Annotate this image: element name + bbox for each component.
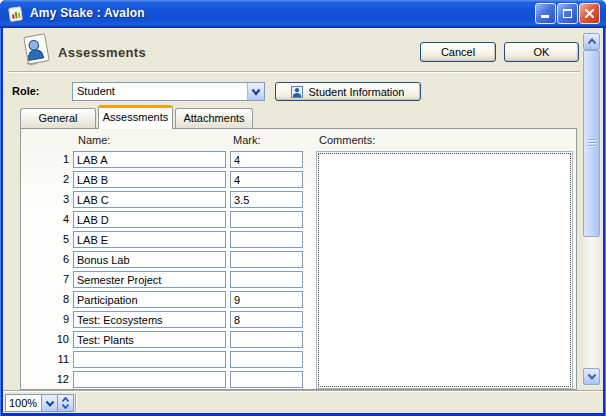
row-number: 2 bbox=[39, 173, 69, 185]
dialog-content: Assessments Cancel OK Role: Student Stud… bbox=[3, 28, 603, 413]
dialog-window: Amy Stake : Avalon bbox=[0, 0, 606, 416]
minimize-icon bbox=[541, 15, 549, 18]
footer-separator bbox=[3, 390, 603, 392]
page-title: Assessments bbox=[58, 45, 146, 60]
minimize-button[interactable] bbox=[535, 3, 556, 24]
comments-label: Comments: bbox=[319, 134, 375, 146]
zoom-level-display[interactable]: 100% bbox=[5, 394, 42, 412]
ok-button[interactable]: OK bbox=[504, 42, 579, 62]
role-select[interactable]: Student bbox=[72, 82, 265, 101]
row-number: 1 bbox=[39, 153, 69, 165]
mark-input[interactable] bbox=[230, 251, 303, 268]
mark-input[interactable] bbox=[230, 151, 303, 168]
chevron-down-icon bbox=[45, 400, 55, 407]
row-number: 12 bbox=[39, 373, 69, 385]
zoom-stepper[interactable] bbox=[58, 394, 74, 412]
vertical-scrollbar[interactable] bbox=[583, 33, 600, 385]
mark-input[interactable] bbox=[230, 331, 303, 348]
row-number: 9 bbox=[39, 313, 69, 325]
tab-general[interactable]: General bbox=[20, 108, 96, 129]
row-number: 3 bbox=[39, 193, 69, 205]
mark-input[interactable] bbox=[230, 191, 303, 208]
scrollbar-grip bbox=[588, 139, 596, 148]
name-input[interactable] bbox=[73, 211, 226, 228]
person-icon bbox=[291, 86, 303, 98]
window-title: Amy Stake : Avalon bbox=[30, 6, 145, 20]
name-input[interactable] bbox=[73, 151, 226, 168]
comments-field bbox=[316, 151, 573, 389]
zoom-control: 100% bbox=[5, 394, 74, 412]
student-information-label: Student Information bbox=[308, 86, 404, 98]
name-input[interactable] bbox=[73, 231, 226, 248]
stepper-down-icon bbox=[61, 403, 70, 409]
scrollbar-up-button[interactable] bbox=[583, 33, 600, 50]
maximize-button[interactable] bbox=[557, 3, 578, 24]
mark-input[interactable] bbox=[230, 271, 303, 288]
student-information-button[interactable]: Student Information bbox=[275, 82, 421, 101]
chevron-down-icon bbox=[586, 372, 598, 381]
row-number: 5 bbox=[39, 233, 69, 245]
tab-attachments[interactable]: Attachments bbox=[175, 108, 253, 129]
scrollbar-down-button[interactable] bbox=[583, 368, 600, 385]
mark-input[interactable] bbox=[230, 211, 303, 228]
app-icon bbox=[7, 5, 25, 23]
name-input[interactable] bbox=[73, 191, 226, 208]
role-label: Role: bbox=[12, 85, 40, 97]
close-icon bbox=[584, 8, 595, 19]
role-select-value: Student bbox=[73, 83, 247, 100]
mark-input[interactable] bbox=[230, 311, 303, 328]
name-input[interactable] bbox=[73, 351, 226, 368]
mark-input[interactable] bbox=[230, 171, 303, 188]
name-input[interactable] bbox=[73, 251, 226, 268]
mark-input[interactable] bbox=[230, 231, 303, 248]
mark-input[interactable] bbox=[230, 291, 303, 308]
assessments-person-card-icon bbox=[18, 32, 54, 70]
assessments-tab-panel: Name: Mark: Comments: 1 2 3 4 bbox=[20, 128, 577, 390]
cancel-button[interactable]: Cancel bbox=[420, 42, 496, 62]
mark-input[interactable] bbox=[230, 351, 303, 368]
row-number: 7 bbox=[39, 273, 69, 285]
tab-assessments[interactable]: Assessments bbox=[98, 105, 173, 129]
scrollbar-thumb[interactable] bbox=[583, 50, 600, 237]
mark-column-header: Mark: bbox=[233, 134, 261, 146]
row-number: 8 bbox=[39, 293, 69, 305]
chevron-up-icon bbox=[586, 37, 598, 46]
chevron-down-icon[interactable] bbox=[247, 83, 264, 100]
header-separator bbox=[8, 71, 580, 73]
zoom-dropdown-button[interactable] bbox=[42, 394, 58, 412]
row-number: 6 bbox=[39, 253, 69, 265]
row-number: 10 bbox=[39, 333, 69, 345]
row-number: 4 bbox=[39, 213, 69, 225]
name-input[interactable] bbox=[73, 171, 226, 188]
name-input[interactable] bbox=[73, 331, 226, 348]
title-bar: Amy Stake : Avalon bbox=[0, 0, 606, 28]
name-input[interactable] bbox=[73, 271, 226, 288]
comments-textarea[interactable] bbox=[318, 153, 571, 387]
mark-input[interactable] bbox=[230, 371, 303, 388]
close-button[interactable] bbox=[579, 3, 600, 24]
name-column-header: Name: bbox=[78, 134, 110, 146]
maximize-icon bbox=[562, 8, 573, 19]
name-input[interactable] bbox=[73, 311, 226, 328]
name-input[interactable] bbox=[73, 291, 226, 308]
row-number: 11 bbox=[39, 353, 69, 365]
footer-divider bbox=[75, 394, 77, 412]
name-input[interactable] bbox=[73, 371, 226, 388]
